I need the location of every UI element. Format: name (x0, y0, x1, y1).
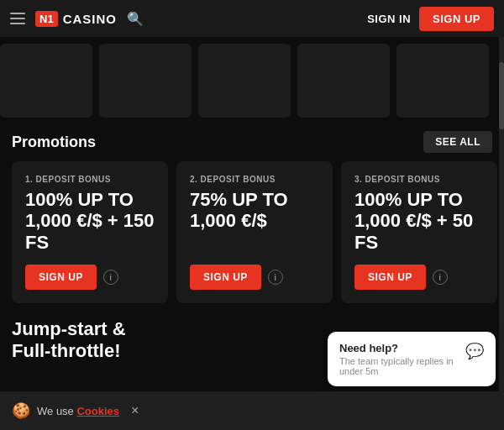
promo-amount-3: 100% UP TO1,000 €/$ + 50 FS (354, 189, 484, 253)
promo-signup-button-3[interactable]: SIGN UP (354, 265, 426, 290)
info-icon-1[interactable]: i (103, 270, 118, 285)
banner-thumb-5[interactable] (396, 44, 489, 118)
chat-bubble-icon: 💬 (465, 342, 484, 360)
chat-subtitle: The team typically replies in under 5m (339, 356, 465, 376)
cookies-link[interactable]: Cookies (76, 405, 119, 417)
banner-thumb-2[interactable] (99, 44, 192, 118)
promo-amount-1: 100% UP TO1,000 €/$ + 150 FS (25, 189, 155, 253)
promo-actions-3: SIGN UP i (354, 265, 484, 290)
cookie-text: We use Cookies (37, 405, 119, 417)
promotions-header: Promotions SEE ALL (0, 124, 504, 161)
promo-actions-1: SIGN UP i (25, 265, 155, 290)
promo-signup-button-1[interactable]: SIGN UP (25, 265, 97, 290)
search-icon[interactable]: 🔍 (127, 11, 144, 27)
banner-strip (0, 37, 504, 124)
header-left: N1 CASINO 🔍 (10, 11, 144, 27)
logo-wrapper: N1 CASINO (35, 11, 117, 27)
cookie-close-button[interactable]: × (131, 403, 139, 418)
promo-deposit-label-2: 2. DEPOSIT BONUS (190, 175, 319, 184)
chat-title: Need help? (339, 342, 465, 354)
banner-thumb-1[interactable] (0, 44, 92, 118)
cookie-icon: 🍪 (12, 401, 30, 420)
chat-text-block: Need help? The team typically replies in… (339, 342, 465, 376)
logo-casino: CASINO (63, 12, 117, 26)
promo-card-3: 3. DEPOSIT BONUS 100% UP TO1,000 €/$ + 5… (341, 161, 497, 303)
promo-amount-2: 75% UP TO1,000 €/$ (190, 189, 319, 232)
promo-deposit-label-1: 1. DEPOSIT BONUS (25, 175, 155, 184)
chat-widget[interactable]: Need help? The team typically replies in… (328, 332, 496, 386)
promo-signup-button-2[interactable]: SIGN UP (190, 265, 261, 290)
promotions-title: Promotions (12, 134, 96, 151)
banner-thumb-4[interactable] (297, 44, 390, 118)
cookie-bar: 🍪 We use Cookies × (0, 391, 504, 430)
promo-card-1: 1. DEPOSIT BONUS 100% UP TO1,000 €/$ + 1… (12, 161, 168, 303)
see-all-button[interactable]: SEE ALL (423, 131, 492, 153)
scrollbar[interactable] (499, 37, 504, 430)
promo-actions-2: SIGN UP i (190, 265, 319, 290)
promo-card-2: 2. DEPOSIT BONUS 75% UP TO1,000 €/$ SIGN… (176, 161, 333, 303)
sign-in-button[interactable]: SIGN IN (367, 13, 411, 25)
promo-deposit-label-3: 3. DEPOSIT BONUS (354, 175, 484, 184)
info-icon-3[interactable]: i (433, 270, 448, 285)
promo-cards: 1. DEPOSIT BONUS 100% UP TO1,000 €/$ + 1… (0, 161, 504, 303)
logo-n1: N1 (35, 11, 58, 27)
sign-up-button[interactable]: SIGN UP (419, 7, 494, 31)
chat-header: Need help? The team typically replies in… (339, 342, 484, 376)
header: N1 CASINO 🔍 SIGN IN SIGN UP (0, 0, 504, 37)
scrollbar-thumb (499, 62, 504, 129)
info-icon-2[interactable]: i (268, 270, 283, 285)
hamburger-icon[interactable] (10, 13, 25, 24)
banner-thumb-3[interactable] (198, 44, 291, 118)
header-right: SIGN IN SIGN UP (367, 7, 494, 31)
